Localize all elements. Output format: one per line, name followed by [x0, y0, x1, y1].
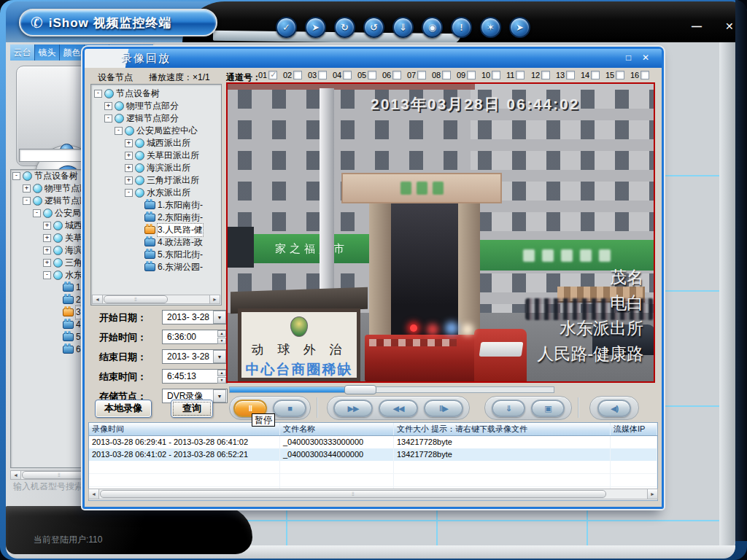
- channel-checkbox-15[interactable]: [616, 71, 624, 79]
- tree-expander[interactable]: -: [115, 127, 123, 135]
- channel-checkbox-04[interactable]: [343, 71, 352, 79]
- download-button[interactable]: ⇓: [492, 400, 525, 417]
- tree-expander[interactable]: -: [12, 172, 20, 180]
- alarm-button[interactable]: !: [451, 17, 472, 38]
- tab-2[interactable]: 镜头: [35, 44, 60, 61]
- device-search-placeholder[interactable]: 输入机器型号搜索: [13, 481, 83, 493]
- tree-item[interactable]: +关草田派出所: [93, 149, 221, 162]
- tree-expander[interactable]: +: [23, 184, 31, 192]
- query-button[interactable]: 查询: [171, 400, 213, 418]
- minimize-button[interactable]: —: [692, 20, 702, 32]
- end-time-spinner[interactable]: ▲▼: [217, 370, 226, 384]
- tree-item[interactable]: -公安局监控中心: [93, 125, 221, 137]
- start-date-dropdown-icon[interactable]: ▼: [213, 311, 226, 324]
- tree-expander[interactable]: -: [94, 90, 102, 98]
- scroll-left-icon[interactable]: ◄: [89, 489, 99, 499]
- tree-item[interactable]: 2.东阳南街-: [93, 211, 221, 224]
- monitor-button[interactable]: ◉: [422, 17, 443, 38]
- end-date-dropdown-icon[interactable]: ▼: [213, 350, 226, 363]
- scrollbar-thumb[interactable]: [100, 490, 606, 498]
- tree-expander[interactable]: +: [125, 139, 133, 147]
- tree-item[interactable]: -逻辑节点部分: [93, 112, 221, 125]
- tree-expander[interactable]: -: [33, 209, 41, 217]
- step-play-button[interactable]: ‖▶: [424, 400, 463, 417]
- tree-expander[interactable]: -: [23, 197, 31, 205]
- dialog-titlebar[interactable]: 录像回放 □ ✕: [85, 49, 662, 68]
- audio-button[interactable]: ◀): [597, 400, 631, 417]
- tree-item[interactable]: 3.人民路-健: [93, 224, 221, 236]
- end-time-field[interactable]: 6:45:13▲▼: [162, 369, 228, 384]
- device-tree[interactable]: -节点设备树+物理节点部分-逻辑节点部分-公安局监控中心+城西派出所+关草田派出…: [93, 88, 221, 295]
- tree-item[interactable]: 4.政法路-政: [93, 236, 221, 249]
- refresh-button[interactable]: ↻: [334, 17, 355, 38]
- channel-checkbox-09[interactable]: [467, 71, 476, 79]
- video-player[interactable]: 家之福超市 动 球 外 治 中心台商圈稀缺 2013年03月28日 06:44:…: [226, 82, 655, 383]
- tree-expander[interactable]: -: [43, 271, 51, 279]
- tree-expander[interactable]: +: [43, 234, 51, 242]
- save-as-button[interactable]: ▣: [531, 400, 565, 417]
- start-time-spinner[interactable]: ▲▼: [217, 330, 226, 344]
- storage-node-dropdown-icon[interactable]: ▼: [213, 389, 226, 402]
- column-header[interactable]: 文件大小 提示：请右键下载录像文件: [394, 423, 611, 435]
- tree-item[interactable]: 5.东阳北街-: [93, 249, 221, 261]
- ptz-control-button[interactable]: ➤: [305, 17, 326, 38]
- column-header[interactable]: 流媒体IP: [611, 423, 657, 435]
- tree-expander[interactable]: +: [104, 102, 112, 110]
- replay-button[interactable]: ↺: [363, 17, 384, 38]
- channel-checkbox-02[interactable]: [293, 71, 302, 79]
- tree-item[interactable]: -节点设备树: [93, 88, 221, 100]
- tree-expander[interactable]: +: [43, 259, 51, 267]
- tab-1[interactable]: 云台: [10, 44, 35, 61]
- channel-checkbox-08[interactable]: [442, 71, 451, 79]
- close-button[interactable]: ✕: [725, 20, 734, 32]
- dialog-close-button[interactable]: ✕: [642, 53, 649, 62]
- tree-expander[interactable]: +: [125, 176, 133, 184]
- channel-checkbox-06[interactable]: [392, 71, 401, 79]
- tree-item[interactable]: 1.东阳南街-: [93, 199, 221, 211]
- end-date-field[interactable]: 2013- 3-28▼: [162, 349, 228, 364]
- scroll-right-icon[interactable]: ►: [209, 295, 220, 303]
- shield-button[interactable]: ✓: [276, 17, 297, 38]
- tree-item[interactable]: +三角圩派出所: [93, 174, 221, 187]
- fast-forward-button[interactable]: ▶▶: [333, 400, 373, 417]
- tree-expander[interactable]: -: [125, 189, 133, 197]
- tree-scrollbar[interactable]: ◄ ►: [92, 295, 220, 304]
- tree-expander[interactable]: +: [125, 164, 133, 172]
- stop-button[interactable]: ■: [273, 400, 306, 417]
- start-time-field[interactable]: 6:36:00▲▼: [162, 330, 228, 344]
- channel-checkbox-01[interactable]: [268, 71, 277, 79]
- channel-checkbox-03[interactable]: [318, 71, 327, 79]
- table-row[interactable]: 2013-03-28 06:41:02 - 2013-03-28 06:52:2…: [89, 448, 657, 461]
- start-date-field[interactable]: 2013- 3-28▼: [162, 310, 228, 324]
- scrollbar-thumb[interactable]: [104, 295, 168, 303]
- tree-item[interactable]: -水东派出所: [93, 187, 221, 199]
- tree-expander[interactable]: +: [43, 246, 51, 254]
- channel-checkbox-12[interactable]: [541, 71, 550, 79]
- column-header[interactable]: 文件名称: [280, 423, 394, 435]
- table-scrollbar[interactable]: ◄ ►: [88, 489, 658, 499]
- tree-expander[interactable]: -: [104, 114, 112, 122]
- rewind-button[interactable]: ◀◀: [379, 400, 418, 417]
- tree-item[interactable]: +城西派出所: [93, 137, 221, 149]
- channel-checkbox-05[interactable]: [368, 71, 376, 79]
- tree-item[interactable]: +海滨派出所: [93, 162, 221, 174]
- table-row[interactable]: 2013-03-28 06:29:41 - 2013-03-28 06:41:0…: [89, 436, 657, 448]
- tree-item[interactable]: +物理节点部分: [93, 100, 221, 112]
- tab-3[interactable]: 颜色: [60, 44, 85, 61]
- channel-checkbox-11[interactable]: [516, 71, 525, 79]
- download-button[interactable]: ⇓: [392, 17, 414, 38]
- playback-progress-thumb[interactable]: [344, 385, 376, 394]
- scroll-left-icon[interactable]: ◄: [93, 295, 103, 303]
- channel-checkbox-07[interactable]: [417, 71, 426, 79]
- pointer-button[interactable]: ➤: [509, 17, 530, 38]
- settings-button[interactable]: ✶: [480, 17, 501, 38]
- scroll-left-icon[interactable]: ◄: [11, 471, 21, 479]
- channel-checkbox-16[interactable]: [640, 71, 649, 79]
- dialog-maximize-button[interactable]: □: [626, 53, 631, 62]
- channel-checkbox-13[interactable]: [566, 71, 575, 79]
- scroll-right-icon[interactable]: ►: [647, 489, 657, 499]
- local-record-button[interactable]: 本地录像: [95, 400, 152, 418]
- tree-expander[interactable]: +: [43, 222, 51, 230]
- tree-item[interactable]: 6.东湖公园-: [93, 261, 221, 273]
- tree-expander[interactable]: +: [125, 152, 133, 160]
